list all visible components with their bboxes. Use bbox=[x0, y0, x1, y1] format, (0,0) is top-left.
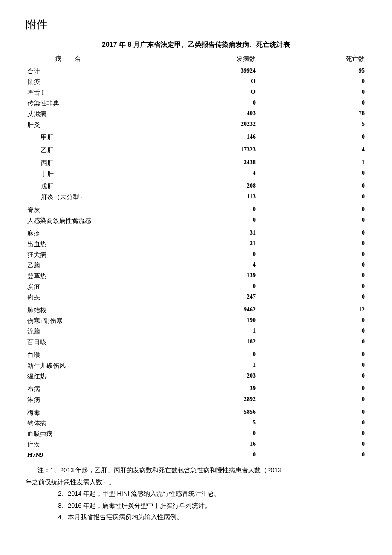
deaths-value: 0 bbox=[257, 77, 366, 87]
disease-name: 丙肝 bbox=[26, 156, 176, 169]
table-row: 麻疹310 bbox=[26, 226, 366, 239]
disease-name: 布病 bbox=[26, 382, 176, 395]
table-row: 炭疽00 bbox=[26, 282, 366, 292]
table-row: 人感染高致病性禽流感00 bbox=[26, 215, 366, 226]
deaths-value: 0 bbox=[257, 203, 366, 215]
cases-value: 1 bbox=[176, 360, 257, 371]
deaths-value: 0 bbox=[257, 179, 366, 192]
table-row: 百日咳1820 bbox=[26, 337, 366, 348]
col-header-deaths: 死亡数 bbox=[257, 52, 366, 66]
note-2: 2、2014 年起，甲型 HINI 流感纳入流行性感冒统计汇总。 bbox=[26, 488, 366, 500]
deaths-value: 0 bbox=[257, 250, 366, 260]
cases-value: 21 bbox=[176, 239, 257, 250]
cases-value: 17323 bbox=[176, 143, 257, 156]
table-header-row: 病名 发病数 死亡数 bbox=[26, 52, 366, 66]
attachment-label: 附件 bbox=[26, 17, 366, 32]
disease-name: 流脑 bbox=[26, 326, 176, 337]
table-row: 合计3992495 bbox=[26, 66, 366, 77]
table-row: 乙肝173234 bbox=[26, 143, 366, 156]
deaths-value: 0 bbox=[257, 260, 366, 271]
disease-name: 白喉 bbox=[26, 348, 176, 360]
disease-name: 疟疾 bbox=[26, 439, 176, 450]
deaths-value: 78 bbox=[257, 109, 366, 119]
deaths-value: 0 bbox=[257, 169, 366, 179]
table-row: 甲肝1460 bbox=[26, 130, 366, 143]
deaths-value: 0 bbox=[257, 348, 366, 360]
deaths-value: 0 bbox=[257, 292, 366, 303]
disease-name: 新生儿破伤风 bbox=[26, 360, 176, 371]
table-row: 钩体病50 bbox=[26, 418, 366, 429]
deaths-value: 0 bbox=[257, 226, 366, 239]
disease-name: 登革热 bbox=[26, 271, 176, 282]
disease-name: 炭疽 bbox=[26, 282, 176, 292]
disease-name: 伤寒+副伤寒 bbox=[26, 316, 176, 326]
deaths-value: 0 bbox=[257, 382, 366, 395]
disease-name: 乙肝 bbox=[26, 143, 176, 156]
cases-value: 5 bbox=[176, 418, 257, 429]
cases-value: 1 bbox=[176, 326, 257, 337]
disease-name: 猩红热 bbox=[26, 371, 176, 382]
deaths-value: 0 bbox=[257, 282, 366, 292]
table-row: 肺结核946212 bbox=[26, 303, 366, 316]
cases-value: 0 bbox=[176, 98, 257, 109]
cases-value: 2892 bbox=[176, 395, 257, 405]
cases-value: 0 bbox=[176, 429, 257, 439]
cases-value: 403 bbox=[176, 109, 257, 119]
cases-value: 31 bbox=[176, 226, 257, 239]
disease-name: 戊肝 bbox=[26, 179, 176, 192]
deaths-value: 0 bbox=[257, 192, 366, 203]
table-row: 肝炎（未分型）1130 bbox=[26, 192, 366, 203]
cases-value: 203 bbox=[176, 371, 257, 382]
table-row: 肝炎202325 bbox=[26, 119, 366, 130]
cases-value: 2438 bbox=[176, 156, 257, 169]
disease-name: 肺结核 bbox=[26, 303, 176, 316]
disease-name: 丁肝 bbox=[26, 169, 176, 179]
disease-name: 肝炎（未分型） bbox=[26, 192, 176, 203]
disease-name: 血吸虫病 bbox=[26, 429, 176, 439]
col-header-name: 病名 bbox=[26, 52, 176, 66]
cases-value: 208 bbox=[176, 179, 257, 192]
table-row: 登革热1390 bbox=[26, 271, 366, 282]
notes-block: 注：1、2013 年起，乙肝、丙肝的发病数和死亡数包含急性病和慢性病患者人数（2… bbox=[26, 465, 366, 523]
cases-value: 0 bbox=[176, 348, 257, 360]
deaths-value: 4 bbox=[257, 143, 366, 156]
cases-value: O bbox=[176, 87, 257, 98]
disease-name: 传染性非典 bbox=[26, 98, 176, 109]
disease-name: 艾滋病 bbox=[26, 109, 176, 119]
table-body: 合计3992495鼠疫O0霍舌 IO0传染性非典00艾滋病40378肝炎2023… bbox=[26, 66, 366, 460]
deaths-value: 0 bbox=[257, 215, 366, 226]
cases-value: 20232 bbox=[176, 119, 257, 130]
cases-value: 0 bbox=[176, 250, 257, 260]
table-row: 乙脑40 bbox=[26, 260, 366, 271]
deaths-value: 5 bbox=[257, 119, 366, 130]
table-row: 疟疾160 bbox=[26, 439, 366, 450]
disease-name: 出血热 bbox=[26, 239, 176, 250]
cases-value: 113 bbox=[176, 192, 257, 203]
deaths-value: 0 bbox=[257, 239, 366, 250]
cases-value: 0 bbox=[176, 203, 257, 215]
cases-value: O bbox=[176, 77, 257, 87]
table-row: 艾滋病40378 bbox=[26, 109, 366, 119]
disease-name: H7N9 bbox=[26, 450, 176, 460]
disease-name: 百日咳 bbox=[26, 337, 176, 348]
deaths-value: 0 bbox=[257, 418, 366, 429]
deaths-value: 12 bbox=[257, 303, 366, 316]
disease-table: 病名 发病数 死亡数 合计3992495鼠疫O0霍舌 IO0传染性非典00艾滋病… bbox=[26, 52, 366, 460]
disease-name: 狂犬病 bbox=[26, 250, 176, 260]
deaths-value: 0 bbox=[257, 87, 366, 98]
table-row: 梅毒58560 bbox=[26, 405, 366, 418]
table-row: 淋病28920 bbox=[26, 395, 366, 405]
table-row: 新生儿破伤风10 bbox=[26, 360, 366, 371]
table-row: 伤寒+副伤寒1900 bbox=[26, 316, 366, 326]
deaths-value: 0 bbox=[257, 429, 366, 439]
table-row: 戊肝2080 bbox=[26, 179, 366, 192]
cases-value: 0 bbox=[176, 282, 257, 292]
disease-name: 合计 bbox=[26, 66, 176, 77]
table-row: 出血热210 bbox=[26, 239, 366, 250]
disease-name: 肝炎 bbox=[26, 119, 176, 130]
cases-value: 190 bbox=[176, 316, 257, 326]
table-row: 霍舌 IO0 bbox=[26, 87, 366, 98]
disease-name: 鼠疫 bbox=[26, 77, 176, 87]
deaths-value: 0 bbox=[257, 337, 366, 348]
deaths-value: 0 bbox=[257, 450, 366, 460]
